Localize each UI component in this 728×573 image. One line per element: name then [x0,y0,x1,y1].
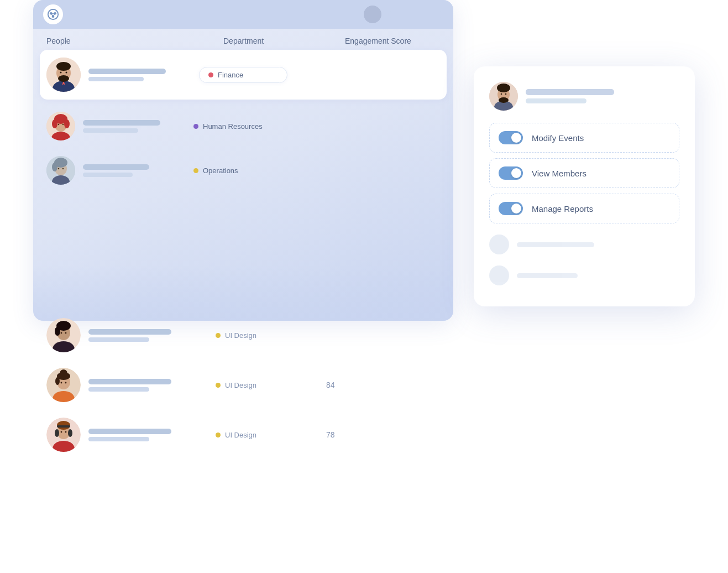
person-name [83,164,149,170]
svg-point-12 [58,75,69,82]
avatar [46,156,75,185]
table-row[interactable]: UI Design [33,312,464,358]
dept-text: UI Design [216,331,326,340]
svg-point-42 [55,377,60,385]
perm-ghost-text [517,273,578,278]
perm-modify-events[interactable]: Modify Events [489,123,679,153]
svg-point-27 [52,163,57,171]
navbar-user-text [388,11,443,18]
table-row[interactable]: UI Design 84 [33,362,464,408]
perm-view-members[interactable]: View Members [489,158,679,188]
dept-label: Human Resources [203,122,263,131]
app-logo [43,4,63,24]
person-info [83,120,193,133]
person-info [88,379,216,392]
perm-ghost-row2 [489,260,679,291]
table-card: People Department Engagement Score [33,0,453,321]
perm-manage-reports[interactable]: Manage Reports [489,194,679,223]
person-role [88,387,149,392]
avatar [46,418,81,452]
svg-point-52 [61,431,62,433]
navbar-avatar [364,6,381,23]
person-name [88,429,171,434]
avatar [46,58,81,92]
person-role [88,337,149,342]
svg-point-35 [61,332,62,334]
avatar [46,112,75,140]
perm-label-modify-events: Modify Events [532,133,670,143]
avatar [46,318,81,352]
svg-point-19 [52,119,57,128]
perm-label-manage-reports: Manage Reports [532,204,670,213]
svg-point-59 [501,93,502,95]
table-row[interactable]: Operations [40,150,447,190]
perm-label-view-members: View Members [532,169,670,178]
person-role [83,173,133,177]
perm-user-row [489,82,679,111]
svg-point-57 [497,84,510,92]
dept-text: Human Resources [193,122,315,131]
dept-label: UI Design [225,381,256,389]
perm-ghost-avatar [489,235,509,254]
table-row[interactable]: Human Resources [40,106,447,146]
svg-point-22 [62,124,64,126]
svg-point-60 [505,93,507,95]
svg-point-50 [55,429,59,437]
dept-text: Operations [193,166,315,175]
dept-text: UI Design [216,431,326,439]
avatar [46,368,81,402]
toggle-modify-events[interactable] [499,131,523,144]
toggle-manage-reports[interactable] [499,202,523,215]
perm-name-line1 [526,89,614,95]
engagement-score: 78 [326,430,335,439]
table-navbar [33,0,453,29]
bottom-rows: UI Design UI Design 84 [33,312,464,462]
svg-point-36 [65,332,67,334]
person-name [88,329,171,335]
person-name [88,379,171,384]
table-row[interactable]: Finance [40,50,447,100]
dept-label: Operations [203,166,238,175]
svg-point-34 [55,327,60,336]
dept-dot [216,433,221,437]
dept-dot [216,333,221,338]
permission-card: Modify Events View Members Manage Report… [474,66,695,306]
svg-point-58 [499,97,509,103]
perm-avatar [489,82,518,111]
dept-dot [193,168,198,173]
header-department: Department [223,37,345,45]
svg-point-13 [60,72,62,74]
dept-dot [216,383,221,388]
person-info [88,329,216,342]
svg-point-49 [68,429,72,437]
perm-name-line2 [526,98,586,103]
dept-badge: Finance [199,67,287,83]
table-headers: People Department Engagement Score [33,29,453,50]
person-role [88,437,149,441]
person-info [83,164,193,177]
table-rows: Finance [33,50,453,190]
svg-point-44 [65,382,67,384]
person-name [83,120,160,126]
engagement-score: 84 [326,381,335,389]
svg-point-53 [65,431,67,433]
svg-point-0 [48,9,58,19]
svg-point-21 [58,124,60,126]
table-row[interactable]: UI Design 78 [33,412,464,457]
svg-rect-51 [57,425,70,428]
dept-label: Finance [218,71,243,79]
dept-dot [193,124,198,129]
person-info [88,69,199,81]
svg-point-11 [56,62,71,71]
perm-ghost-text [517,242,594,247]
perm-user-info [526,89,614,103]
person-role [83,128,138,133]
perm-ghost-row1 [489,229,679,260]
person-name [88,69,166,74]
svg-point-28 [58,168,60,170]
toggle-view-members[interactable] [499,166,523,180]
dept-label: UI Design [225,431,256,439]
perm-ghost-avatar [489,265,509,285]
svg-point-20 [64,119,70,128]
person-info [88,429,216,441]
